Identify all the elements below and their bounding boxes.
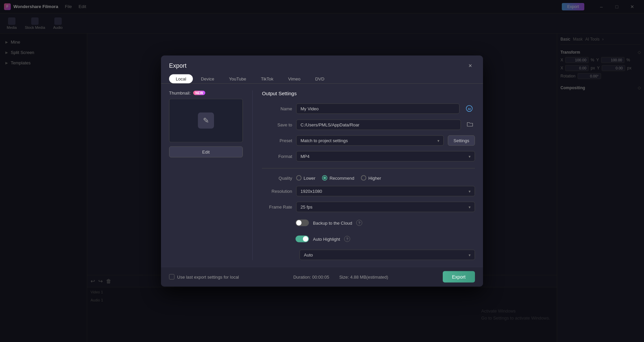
radio-higher-outer xyxy=(361,175,366,181)
new-badge: NEW xyxy=(193,91,205,95)
preset-value: Match to project settings xyxy=(301,138,348,143)
auto-highlight-label: Auto Highlight xyxy=(313,236,340,241)
browse-folder-button[interactable] xyxy=(465,120,475,130)
vertical-divider xyxy=(252,91,253,260)
backup-help-icon[interactable]: ? xyxy=(356,220,362,226)
duration-label: Duration: xyxy=(293,274,311,279)
resolution-label: Resolution xyxy=(262,189,292,194)
size-label: Size: xyxy=(339,274,350,279)
frame-rate-select[interactable]: 25 fps ▾ xyxy=(296,202,475,212)
chevron-down-icon: ▾ xyxy=(469,154,471,159)
name-row: Name AI xyxy=(262,103,475,114)
use-last-checkbox[interactable] xyxy=(169,274,174,280)
thumbnail-box: ✎ xyxy=(169,99,243,142)
preset-select[interactable]: Match to project settings ▾ xyxy=(296,135,444,146)
format-label: Format xyxy=(262,154,292,159)
save-to-label: Save to xyxy=(262,122,292,127)
output-title: Output Settings xyxy=(262,91,475,96)
frame-rate-row: Frame Rate 25 fps ▾ xyxy=(262,202,475,212)
auto-highlight-help-icon[interactable]: ? xyxy=(344,236,350,242)
auto-select-row: Auto ▾ xyxy=(262,250,475,260)
backup-label: Backup to the Cloud xyxy=(313,220,352,225)
format-select[interactable]: MP4 ▾ xyxy=(296,151,475,162)
quality-options: Lower Recommend Higher xyxy=(296,175,381,181)
preset-label: Preset xyxy=(262,138,292,143)
chevron-down-icon: ▾ xyxy=(469,205,471,209)
size-value: 4.88 MB(estimated) xyxy=(350,274,388,279)
dialog-header: Export × xyxy=(161,56,483,70)
edit-thumbnail-button[interactable]: Edit xyxy=(169,147,243,158)
quality-row: Quality Lower Recommend xyxy=(262,175,475,181)
save-to-input-wrapper xyxy=(296,120,461,130)
toggle-knob xyxy=(296,220,302,226)
backup-row: Backup to the Cloud ? xyxy=(262,218,475,228)
auto-highlight-toggle[interactable] xyxy=(296,236,309,242)
quality-higher[interactable]: Higher xyxy=(361,175,381,181)
resolution-value: 1920x1080 xyxy=(301,189,322,194)
footer-left: Use last export settings for local xyxy=(169,274,239,280)
svg-text:AI: AI xyxy=(468,107,471,111)
ai-name-button[interactable]: AI xyxy=(464,103,475,114)
ai-icon: AI xyxy=(466,105,473,112)
settings-divider xyxy=(262,168,475,169)
dialog-body: Thumbnail: NEW ✎ Edit Output Settings Na… xyxy=(161,84,483,267)
settings-grid: Name AI Save to xyxy=(262,103,475,260)
auto-select[interactable]: Auto ▾ xyxy=(300,250,475,260)
tab-local[interactable]: Local xyxy=(169,74,193,83)
footer-center: Duration: 00:00:05 Size: 4.88 MB(estimat… xyxy=(293,274,388,279)
save-to-input[interactable] xyxy=(301,122,457,127)
format-value: MP4 xyxy=(301,154,310,159)
duration-value: 00:00:05 xyxy=(312,274,329,279)
name-input-wrapper xyxy=(296,103,460,114)
name-input[interactable] xyxy=(301,106,455,111)
preset-row: Preset Match to project settings ▾ Setti… xyxy=(262,135,475,146)
auto-select-value: Auto xyxy=(304,252,313,258)
format-row: Format MP4 ▾ xyxy=(262,151,475,162)
tab-tiktok[interactable]: TikTok xyxy=(254,74,280,83)
settings-button[interactable]: Settings xyxy=(448,135,475,146)
dialog-tabs: Local Device YouTube TikTok Vimeo DVD xyxy=(161,70,483,84)
radio-lower-outer xyxy=(296,175,302,181)
chevron-down-icon: ▾ xyxy=(469,189,471,193)
resolution-row: Resolution 1920x1080 ▾ xyxy=(262,186,475,196)
quality-recommend[interactable]: Recommend xyxy=(322,175,354,181)
duration-info: Duration: 00:00:05 xyxy=(293,274,329,279)
quality-label: Quality xyxy=(262,175,292,180)
use-last-label: Use last export settings for local xyxy=(177,274,239,279)
radio-recommend-outer xyxy=(322,175,327,181)
name-label: Name xyxy=(262,106,292,111)
dialog-footer: Use last export settings for local Durat… xyxy=(161,267,483,287)
chevron-down-icon: ▾ xyxy=(469,252,471,257)
quality-recommend-label: Recommend xyxy=(329,175,354,180)
frame-rate-value: 25 fps xyxy=(301,205,312,210)
resolution-select[interactable]: 1920x1080 ▾ xyxy=(296,186,475,196)
export-dialog: Export × Local Device YouTube TikTok Vim… xyxy=(161,56,483,287)
quality-lower[interactable]: Lower xyxy=(296,175,315,181)
radio-recommend-inner xyxy=(323,177,326,179)
tab-vimeo[interactable]: Vimeo xyxy=(281,74,307,83)
auto-highlight-row: Auto Highlight ? xyxy=(262,234,475,244)
thumbnail-label: Thumbnail: NEW xyxy=(169,91,243,96)
size-info: Size: 4.88 MB(estimated) xyxy=(339,274,388,279)
save-to-row: Save to xyxy=(262,120,475,130)
backup-toggle[interactable] xyxy=(296,220,309,226)
tab-youtube[interactable]: YouTube xyxy=(222,74,253,83)
thumbnail-edit-icon: ✎ xyxy=(198,113,214,129)
dialog-close-button[interactable]: × xyxy=(466,61,475,70)
output-panel: Output Settings Name AI xyxy=(262,91,475,260)
frame-rate-label: Frame Rate xyxy=(262,205,292,210)
folder-icon xyxy=(467,121,473,127)
dialog-title: Export xyxy=(169,62,186,69)
toggle-knob xyxy=(303,236,308,242)
tab-dvd[interactable]: DVD xyxy=(309,74,331,83)
chevron-down-icon: ▾ xyxy=(437,138,439,143)
tab-device[interactable]: Device xyxy=(194,74,221,83)
export-button[interactable]: Export xyxy=(443,271,475,283)
thumbnail-panel: Thumbnail: NEW ✎ Edit xyxy=(169,91,243,260)
quality-lower-label: Lower xyxy=(304,175,315,180)
quality-higher-label: Higher xyxy=(368,175,381,180)
